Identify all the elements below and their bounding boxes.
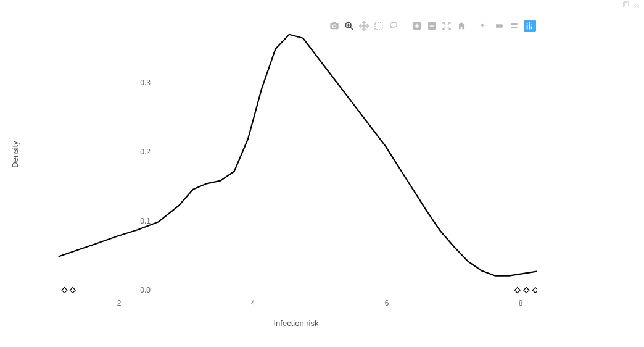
svg-rect-23 <box>529 24 530 30</box>
plotly-toolbar <box>329 20 536 32</box>
outlier-marker[interactable] <box>514 288 520 293</box>
svg-point-25 <box>527 23 528 25</box>
camera-icon[interactable] <box>329 20 340 31</box>
box-select-icon[interactable] <box>373 20 384 31</box>
svg-point-7 <box>390 22 397 27</box>
xtick-2: 2 <box>101 299 138 307</box>
outlier-marker[interactable] <box>532 288 537 293</box>
svg-rect-24 <box>531 27 532 30</box>
svg-rect-12 <box>430 25 434 26</box>
y-axis-label: Density <box>10 141 20 167</box>
home-icon[interactable] <box>456 20 467 31</box>
corner-icons <box>622 1 640 9</box>
svg-line-1 <box>350 27 353 30</box>
xtick-8: 8 <box>502 299 539 307</box>
spike-icon[interactable] <box>479 20 490 31</box>
collapse-up-icon[interactable] <box>633 1 640 9</box>
chart-container: Density 0.0 0.1 0.2 0.3 2 4 6 8 Infectio… <box>0 0 644 347</box>
xtick-4: 4 <box>234 299 271 307</box>
plotly-logo-icon[interactable] <box>524 20 536 32</box>
lasso-icon[interactable] <box>388 20 399 31</box>
pan-icon[interactable] <box>358 20 369 31</box>
y-axis-label-wrap: Density <box>9 0 21 309</box>
outlier-marker[interactable] <box>524 288 529 293</box>
svg-rect-21 <box>511 27 518 28</box>
svg-rect-22 <box>527 25 528 29</box>
hover-closest-icon[interactable] <box>494 20 505 31</box>
svg-point-27 <box>531 24 532 25</box>
autoscale-icon[interactable] <box>441 20 452 31</box>
svg-rect-10 <box>416 24 417 28</box>
x-axis-label: Infection risk <box>0 319 592 328</box>
outlier-marker[interactable] <box>70 288 75 293</box>
outlier-marker[interactable] <box>62 288 67 293</box>
zoom-out-icon[interactable] <box>426 20 437 31</box>
svg-point-26 <box>529 22 530 23</box>
zoom-icon[interactable] <box>344 20 355 31</box>
density-curve[interactable] <box>59 35 537 276</box>
svg-rect-6 <box>375 22 382 30</box>
svg-rect-20 <box>511 23 518 25</box>
svg-rect-29 <box>625 2 629 6</box>
svg-point-19 <box>482 24 484 26</box>
xtick-6: 6 <box>368 299 405 307</box>
zoom-in-icon[interactable] <box>411 20 423 31</box>
svg-rect-28 <box>624 3 627 7</box>
hover-compare-icon[interactable] <box>509 20 520 31</box>
copy-icon[interactable] <box>622 1 629 9</box>
plot-area[interactable] <box>56 19 537 296</box>
